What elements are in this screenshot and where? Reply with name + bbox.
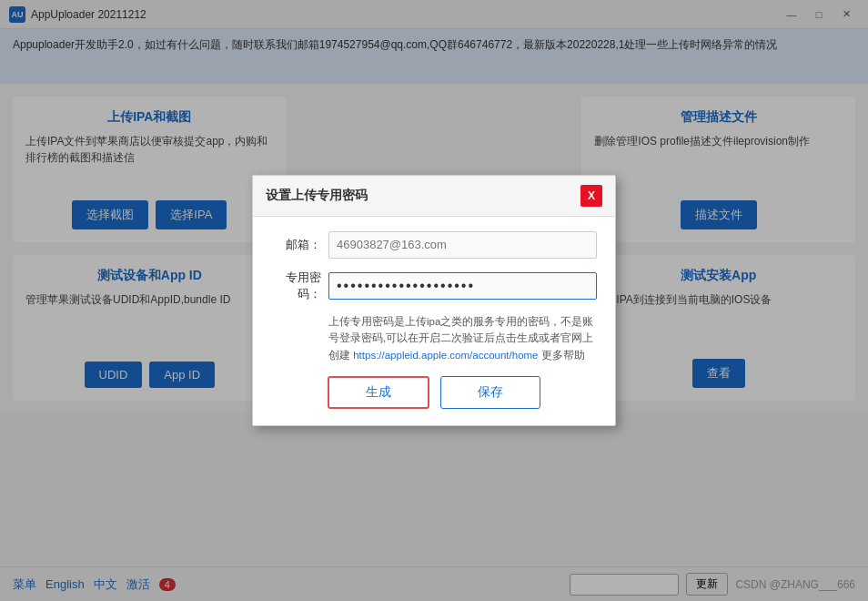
- hint-link[interactable]: https://appleid.apple.com/account/home: [353, 350, 538, 361]
- save-button[interactable]: 保存: [440, 376, 540, 409]
- password-label: 专用密码：: [271, 270, 321, 302]
- modal-overlay: 设置上传专用密码 X 邮箱： 专用密码： 上传专用密码是上传ipa之类的服务专用…: [0, 0, 868, 601]
- email-input[interactable]: [328, 231, 597, 259]
- password-input[interactable]: [328, 272, 597, 300]
- dialog-header: 设置上传专用密码 X: [253, 176, 615, 217]
- email-label: 邮箱：: [271, 237, 321, 253]
- dialog-body: 邮箱： 专用密码： 上传专用密码是上传ipa之类的服务专用的密码，不是账号登录密…: [253, 217, 615, 425]
- password-dialog: 设置上传专用密码 X 邮箱： 专用密码： 上传专用密码是上传ipa之类的服务专用…: [252, 175, 616, 426]
- password-row: 专用密码：: [271, 270, 597, 302]
- dialog-close-button[interactable]: X: [580, 185, 602, 207]
- dialog-actions: 生成 保存: [271, 376, 597, 413]
- dialog-title: 设置上传专用密码: [266, 188, 368, 204]
- dialog-hint: 上传专用密码是上传ipa之类的服务专用的密码，不是账号登录密码,可以在开启二次验…: [271, 313, 597, 363]
- generate-button[interactable]: 生成: [328, 376, 429, 409]
- email-row: 邮箱：: [271, 231, 597, 259]
